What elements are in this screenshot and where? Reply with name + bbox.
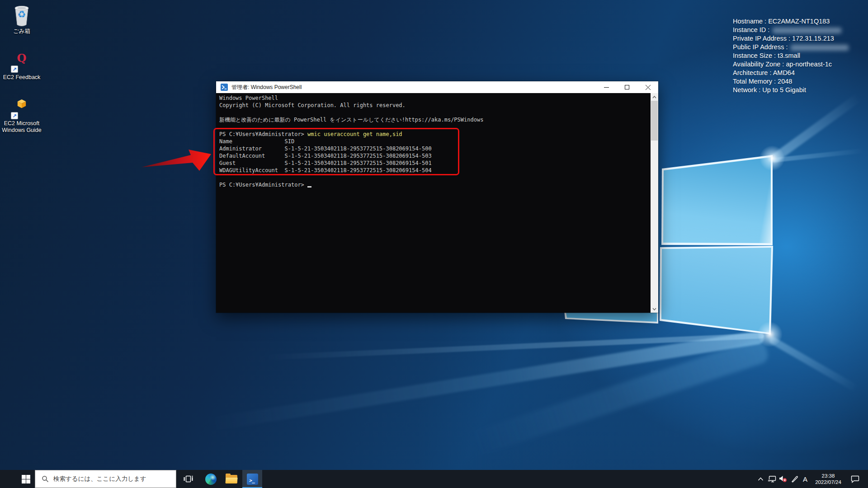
taskbar-search-input[interactable]: 検索するには、ここに入力します	[35, 470, 176, 488]
sysinfo-network: Network : Up to 5 Gigabit	[733, 86, 849, 94]
folder-icon	[226, 475, 237, 483]
chevron-up-icon	[758, 477, 764, 481]
desktop-icon-label: ごみ箱	[0, 28, 43, 35]
sysinfo-availability-zone: Availability Zone : ap-northeast-1c	[733, 60, 849, 69]
desktop-icon-label: EC2 Microsoft	[0, 120, 43, 127]
window-titlebar[interactable]: 管理者: Windows PowerShell	[216, 81, 658, 93]
powershell-taskbar-button-active[interactable]: >_	[242, 470, 262, 488]
scrollbar-thumb[interactable]	[651, 101, 658, 141]
scroll-down-button[interactable]	[651, 305, 658, 313]
desktop-icon-ec2-windows-guide[interactable]: ↗ EC2 Microsoft Windows Guide	[0, 98, 43, 134]
recycle-symbol: ♻	[0, 9, 43, 20]
taskbar-clock[interactable]: 23:38 2022/07/24	[810, 470, 846, 488]
maximize-button[interactable]	[617, 81, 637, 93]
ethernet-icon	[768, 476, 776, 483]
console-command-line: PS C:¥Users¥Administrator> wmic useracco…	[219, 131, 402, 138]
task-view-button[interactable]	[179, 470, 198, 488]
search-icon	[42, 475, 49, 483]
taskbar: 検索するには、ここに入力します >_	[0, 470, 868, 488]
desktop-icon-recycle-bin[interactable]: ♻ ごみ箱	[0, 5, 43, 35]
clock-date: 2022/07/24	[815, 479, 841, 485]
shortcut-arrow-icon: ↗	[11, 66, 18, 73]
edge-browser-button[interactable]	[201, 470, 220, 488]
light-glint	[758, 144, 787, 173]
action-center-button[interactable]	[846, 470, 863, 488]
ec2-feedback-q-icon: Q	[0, 52, 43, 64]
maximize-icon	[625, 85, 629, 89]
console-line: Copyright (C) Microsoft Corporation. All…	[219, 102, 406, 109]
windows-ink-pen-icon[interactable]	[788, 470, 800, 488]
console-line: Administrator S-1-5-21-3503402118-295377…	[219, 145, 432, 152]
desktop-icon-label: EC2 Feedback	[0, 74, 43, 81]
console-line: DefaultAccount S-1-5-21-3503402118-29537…	[219, 152, 432, 160]
desktop-icon-label: Windows Guide	[0, 127, 43, 134]
network-status-icon[interactable]	[767, 470, 778, 488]
console-area[interactable]: Windows PowerShell Copyright (C) Microso…	[216, 93, 658, 313]
sysinfo-instance-id: Instance ID :	[733, 26, 849, 34]
typed-command: wmic useraccount get name,sid	[307, 131, 402, 137]
redacted-value	[773, 28, 841, 33]
sysinfo-total-memory: Total Memory : 2048	[733, 77, 849, 86]
file-explorer-button[interactable]	[222, 470, 241, 488]
close-button[interactable]	[637, 81, 658, 93]
volume-muted-icon[interactable]	[778, 470, 788, 488]
clock-time: 23:38	[822, 473, 835, 479]
text-cursor	[307, 182, 311, 188]
console-scrollbar[interactable]	[651, 93, 658, 313]
scroll-up-button[interactable]	[651, 93, 658, 101]
pen-icon	[791, 475, 798, 483]
powershell-window: 管理者: Windows PowerShell Windows PowerShe…	[216, 81, 658, 313]
desktop-icon-ec2-feedback[interactable]: Q ↗ EC2 Feedback	[0, 52, 43, 81]
sysinfo-public-ip: Public IP Address :	[733, 43, 849, 52]
system-info-overlay: Hostname : EC2AMAZ-NT1Q183 Instance ID :…	[733, 17, 849, 94]
console-prompt-line: PS C:¥Users¥Administrator>	[219, 181, 311, 188]
console-line: Guest S-1-5-21-3503402118-2953772515-308…	[219, 160, 432, 167]
console-line: Windows PowerShell	[219, 94, 278, 102]
sysinfo-hostname: Hostname : EC2AMAZ-NT1Q183	[733, 17, 849, 26]
console-line: WDAGUtilityAccount S-1-5-21-3503402118-2…	[219, 167, 432, 174]
minimize-button[interactable]	[596, 81, 617, 93]
ime-mode-indicator[interactable]: A	[800, 470, 810, 488]
recycle-bin-icon: ♻	[0, 5, 43, 28]
shortcut-arrow-icon: ↗	[11, 112, 18, 119]
windows-logo-icon	[22, 475, 30, 483]
chevron-down-icon	[652, 308, 656, 310]
edge-icon	[205, 474, 217, 485]
powershell-icon	[221, 84, 228, 91]
task-view-icon	[184, 475, 193, 483]
sysinfo-private-ip: Private IP Address : 172.31.15.213	[733, 34, 849, 43]
sysinfo-architecture: Architecture : AMD64	[733, 69, 849, 77]
powershell-icon: >_	[247, 474, 258, 485]
aws-cube-icon	[17, 99, 27, 109]
action-center-icon	[851, 475, 859, 483]
redacted-value	[791, 45, 849, 51]
console-line: 新機能と改善のために最新の PowerShell をインストールしてください!h…	[219, 116, 483, 123]
sysinfo-instance-size: Instance Size : t3.small	[733, 52, 849, 60]
search-placeholder: 検索するには、ここに入力します	[53, 475, 146, 483]
console-line: Name SID	[219, 138, 294, 145]
chevron-up-icon	[652, 96, 656, 99]
light-glint	[755, 320, 784, 349]
window-title: 管理者: Windows PowerShell	[231, 81, 302, 93]
speaker-mute-icon	[779, 475, 787, 483]
close-icon	[646, 85, 651, 90]
show-hidden-icons-button[interactable]	[754, 470, 767, 488]
minimize-icon	[604, 85, 609, 90]
